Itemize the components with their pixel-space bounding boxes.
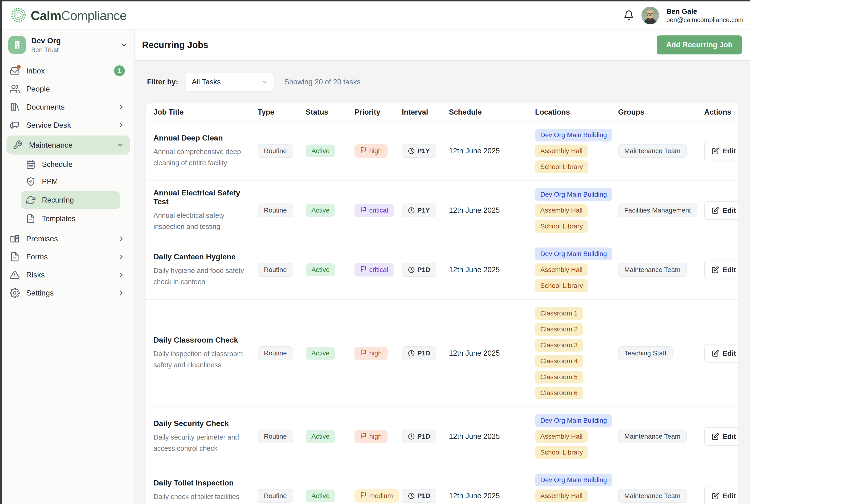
location-pill: School Library	[535, 279, 588, 292]
column-header: Locations	[529, 108, 612, 116]
table-row: Annual Deep Clean Annual comprehensive d…	[146, 121, 739, 181]
org-switcher[interactable]: Dev Org Ben Trust	[8, 36, 128, 54]
sidebar-item-templates[interactable]: Templates	[2, 210, 134, 227]
table-row: Annual Electrical Safety Test Annual ele…	[146, 181, 739, 240]
actions-cell: Edit	[698, 201, 739, 220]
flag-icon	[360, 433, 367, 440]
priority-cell: high	[348, 430, 396, 443]
clock-icon	[408, 433, 415, 440]
group-pill: Maintenance Team	[618, 489, 687, 503]
sidebar-item-service-desk[interactable]: Service Desk	[2, 116, 134, 134]
sidebar-item-settings[interactable]: Settings	[2, 284, 134, 302]
edit-button[interactable]: Edit	[704, 427, 739, 446]
actions-cell: Edit	[698, 344, 739, 363]
inbox-count-badge: 1	[114, 65, 125, 76]
sidebar-item-label: Inbox	[26, 67, 45, 76]
user-block[interactable]: Ben Gale ben@calmcompliance.com	[666, 7, 743, 24]
priority-pill: high	[355, 144, 388, 158]
page-content: Filter by: All Tasks Showing 20 of 20 ta…	[135, 61, 750, 504]
edit-button[interactable]: Edit	[704, 201, 739, 220]
interval-cell: P1D	[396, 429, 443, 443]
interval-pill: P1Y	[402, 144, 436, 158]
schedule-date: 12th June 2025	[443, 492, 529, 500]
avatar[interactable]	[641, 7, 659, 24]
column-header: Groups	[612, 108, 698, 116]
org-name: Dev Org	[31, 36, 61, 45]
add-recurring-job-button[interactable]: Add Recurring Job	[657, 35, 742, 55]
sidebar-item-people[interactable]: People	[2, 80, 134, 98]
type-cell: Routine	[252, 346, 300, 360]
edit-button[interactable]: Edit	[704, 142, 739, 160]
interval-cell: P1Y	[396, 204, 443, 217]
actions-cell: Edit	[698, 142, 739, 160]
job-cell: Daily Canteen Hygiene Daily hygiene and …	[146, 252, 252, 287]
priority-label: critical	[369, 207, 388, 214]
edit-button-label: Edit	[723, 492, 736, 500]
location-pill: Classroom 6	[535, 387, 583, 399]
schedule-date: 12th June 2025	[443, 349, 529, 357]
group-pill: Maintenance Team	[618, 429, 687, 443]
interval-cell: P1D	[396, 346, 443, 360]
maintenance-icon	[13, 140, 23, 150]
priority-cell: medium	[348, 489, 396, 503]
interval-label: P1D	[417, 433, 430, 440]
edit-button[interactable]: Edit	[704, 486, 739, 504]
column-header: Status	[300, 108, 348, 116]
table-row: Daily Security Check Daily security peri…	[146, 406, 739, 466]
clock-icon	[408, 493, 415, 499]
column-header: Actions	[698, 108, 739, 116]
priority-cell: critical	[348, 204, 396, 217]
type-cell: Routine	[252, 489, 300, 503]
page-title: Recurring Jobs	[142, 40, 208, 50]
location-pill: Dev Org Main Building	[535, 188, 612, 201]
topbar: CalmCompliance Ben Gale ben@c	[2, 1, 750, 30]
sidebar-item-forms[interactable]: Forms	[2, 248, 134, 266]
location-pill: Assembly Hall	[535, 204, 588, 217]
status-cell: Active	[300, 347, 348, 360]
flag-icon	[360, 206, 367, 215]
edit-button[interactable]: Edit	[704, 261, 739, 279]
sidebar-item-recurring[interactable]: Recurring	[21, 191, 120, 209]
edit-icon	[712, 266, 719, 273]
schedule-date: 12th June 2025	[443, 147, 529, 155]
flag-icon	[360, 349, 367, 357]
job-description: Daily check of toilet facilities and sup…	[154, 491, 250, 504]
sidebar-item-schedule[interactable]: Schedule	[2, 156, 134, 173]
sidebar-item-documents[interactable]: Documents	[2, 98, 134, 116]
clock-icon	[408, 148, 415, 154]
type-pill: Routine	[258, 204, 293, 217]
job-description: Daily security perimeter and access cont…	[154, 432, 250, 454]
sidebar-item-label: PPM	[42, 177, 58, 186]
group-pill: Maintenance Team	[618, 263, 687, 277]
priority-cell: critical	[348, 263, 396, 276]
flag-icon	[360, 266, 367, 274]
org-owner: Ben Trust	[31, 46, 61, 54]
interval-label: P1D	[417, 350, 430, 357]
status-pill: Active	[306, 263, 335, 276]
sidebar-item-premises[interactable]: Premises	[2, 230, 134, 248]
sidebar-item-ppm[interactable]: PPM	[2, 173, 134, 190]
edit-button[interactable]: Edit	[704, 344, 739, 363]
edit-icon	[712, 350, 719, 357]
interval-cell: P1D	[396, 489, 443, 503]
filter-bar: Filter by: All Tasks Showing 20 of 20 ta…	[146, 73, 739, 91]
page-header: Recurring Jobs Add Recurring Job	[135, 30, 750, 61]
schedule-date: 12th June 2025	[443, 206, 529, 215]
clock-icon	[408, 350, 415, 357]
location-pill: School Library	[535, 446, 588, 459]
priority-label: high	[369, 147, 382, 155]
interval-label: P1Y	[417, 147, 430, 155]
actions-cell: Edit	[698, 486, 739, 504]
column-header: Interval	[396, 108, 443, 116]
sidebar-item-risks[interactable]: Risks	[2, 266, 134, 284]
sidebar-item-inbox[interactable]: Inbox 1	[2, 62, 134, 80]
filter-select[interactable]: All Tasks	[185, 73, 274, 91]
status-pill: Active	[306, 490, 335, 502]
job-cell: Daily Security Check Daily security peri…	[146, 419, 252, 454]
bell-icon[interactable]	[623, 10, 634, 21]
schedule-date: 12th June 2025	[443, 432, 529, 441]
job-title: Daily Toilet Inspection	[154, 479, 252, 488]
location-pill: Classroom 2	[535, 323, 583, 336]
sidebar-item-maintenance[interactable]: Maintenance	[7, 136, 130, 154]
job-cell: Daily Classroom Check Daily inspection o…	[146, 336, 252, 371]
